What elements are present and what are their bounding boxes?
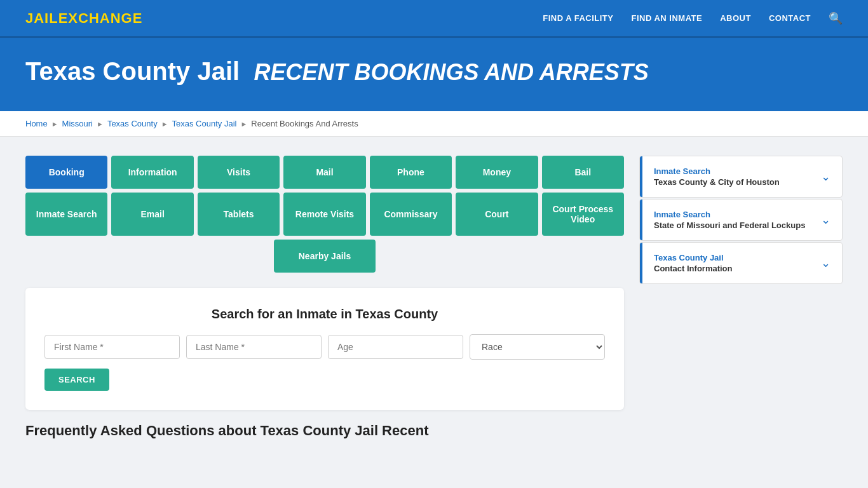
breadcrumb-current: Recent Bookings And Arrests [251, 119, 358, 128]
breadcrumb-texas-county[interactable]: Texas County [107, 119, 158, 128]
site-logo[interactable]: JAILEXCHANGE [25, 10, 142, 27]
tab-inmate-search[interactable]: Inmate Search [25, 193, 107, 236]
age-input[interactable] [328, 335, 463, 359]
sidebar-card-header-missouri[interactable]: Inmate Search State of Missouri and Fede… [640, 200, 842, 240]
sidebar-card-inmate-houston: Inmate Search Texas County & City of Hou… [639, 156, 843, 198]
tab-visits[interactable]: Visits [198, 156, 280, 189]
tab-row-2: Inmate Search Email Tablets Remote Visit… [25, 193, 624, 236]
sidebar-card-title-contact: Texas County Jail [654, 253, 733, 262]
tab-court-process-video[interactable]: Court Process Video [542, 193, 624, 236]
tab-phone[interactable]: Phone [370, 156, 452, 189]
tab-row-1: Booking Information Visits Mail Phone Mo… [25, 156, 624, 189]
tab-mail[interactable]: Mail [283, 156, 365, 189]
hero-title-main: Texas County Jail [25, 57, 240, 85]
last-name-input[interactable] [186, 335, 322, 359]
sidebar-card-subtitle-houston: Texas County & City of Houston [654, 177, 780, 187]
breadcrumb-sep-2: ► [97, 120, 104, 128]
tab-commissary[interactable]: Commissary [370, 193, 452, 236]
search-title: Search for an Inmate in Texas County [44, 307, 605, 322]
sidebar-card-title-houston: Inmate Search [654, 166, 780, 176]
breadcrumb: Home ► Missouri ► Texas County ► Texas C… [25, 119, 843, 128]
nav-about[interactable]: ABOUT [720, 13, 751, 23]
breadcrumb-bar: Home ► Missouri ► Texas County ► Texas C… [0, 111, 868, 137]
breadcrumb-home[interactable]: Home [25, 119, 48, 128]
chevron-down-icon-contact: ⌄ [821, 256, 831, 270]
logo-exchange-highlight: EXCHANGE [58, 10, 143, 26]
search-section: Search for an Inmate in Texas County Rac… [25, 288, 624, 410]
tab-information[interactable]: Information [111, 156, 193, 189]
breadcrumb-sep-4: ► [240, 120, 247, 128]
sidebar-card-subtitle-missouri: State of Missouri and Federal Lockups [654, 220, 805, 230]
breadcrumb-texas-county-jail[interactable]: Texas County Jail [172, 119, 237, 128]
race-select[interactable]: Race White Black Hispanic Asian Other [470, 334, 605, 360]
search-button[interactable]: SEARCH [44, 369, 109, 391]
main-nav: FIND A FACILITY FIND AN INMATE ABOUT CON… [543, 11, 843, 25]
tab-row-3: Nearby Jails [25, 240, 624, 273]
breadcrumb-missouri[interactable]: Missouri [62, 119, 93, 128]
sidebar-card-title-missouri: Inmate Search [654, 210, 805, 219]
page-title: Texas County Jail RECENT BOOKINGS AND AR… [25, 57, 843, 86]
tab-money[interactable]: Money [456, 156, 538, 189]
hero-title-sub: RECENT BOOKINGS AND ARRESTS [254, 59, 648, 85]
search-icon-button[interactable]: 🔍 [829, 11, 843, 25]
chevron-down-icon-houston: ⌄ [821, 170, 831, 184]
sidebar-card-inmate-missouri: Inmate Search State of Missouri and Fede… [639, 199, 843, 241]
sidebar-card-header-houston[interactable]: Inmate Search Texas County & City of Hou… [640, 156, 842, 197]
nav-find-inmate[interactable]: FIND AN INMATE [631, 13, 702, 23]
tab-nearby-jails[interactable]: Nearby Jails [274, 240, 376, 273]
breadcrumb-sep-1: ► [51, 120, 58, 128]
faq-heading: Frequently Asked Questions about Texas C… [25, 423, 624, 439]
hero-section: Texas County Jail RECENT BOOKINGS AND AR… [0, 38, 868, 111]
tab-bail[interactable]: Bail [542, 156, 624, 189]
sidebar-card-header-contact[interactable]: Texas County Jail Contact Information ⌄ [640, 243, 842, 283]
tab-court[interactable]: Court [456, 193, 538, 236]
tab-email[interactable]: Email [111, 193, 193, 236]
tab-tablets[interactable]: Tablets [198, 193, 280, 236]
main-content: Booking Information Visits Mail Phone Mo… [0, 137, 868, 458]
tab-remote-visits[interactable]: Remote Visits [283, 193, 365, 236]
site-header: JAILEXCHANGE FIND A FACILITY FIND AN INM… [0, 0, 868, 38]
chevron-down-icon-missouri: ⌄ [821, 213, 831, 227]
sidebar-card-subtitle-contact: Contact Information [654, 264, 733, 273]
tab-booking[interactable]: Booking [25, 156, 107, 189]
nav-contact[interactable]: CONTACT [769, 13, 811, 23]
right-sidebar: Inmate Search Texas County & City of Hou… [639, 156, 843, 285]
sidebar-card-contact: Texas County Jail Contact Information ⌄ [639, 242, 843, 284]
nav-find-facility[interactable]: FIND A FACILITY [543, 13, 613, 23]
breadcrumb-sep-3: ► [161, 120, 168, 128]
first-name-input[interactable] [44, 335, 180, 359]
search-form: Race White Black Hispanic Asian Other [44, 334, 605, 360]
left-column: Booking Information Visits Mail Phone Mo… [25, 156, 624, 439]
logo-jail: JAIL [25, 10, 58, 26]
